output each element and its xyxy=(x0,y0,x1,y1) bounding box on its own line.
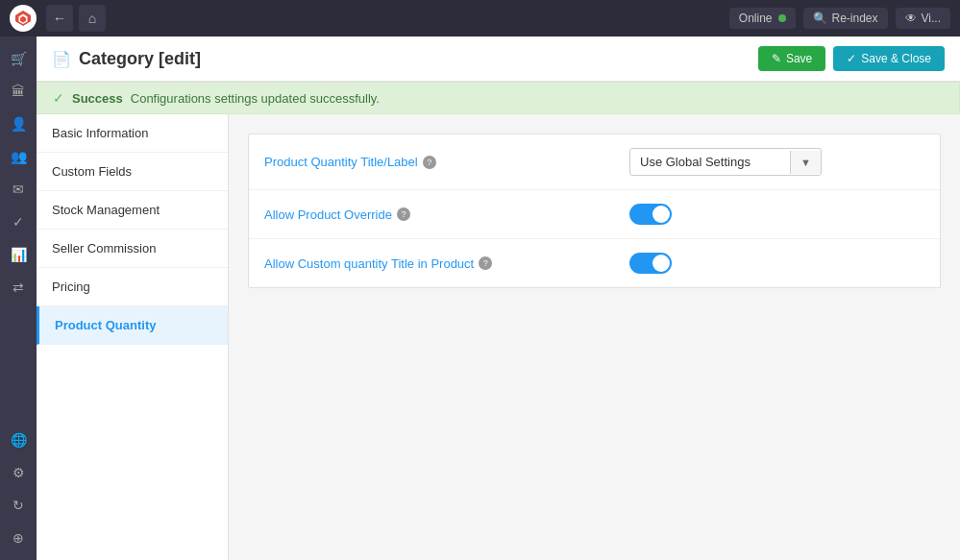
select-product-quantity-title[interactable]: Use Global Settings ▼ xyxy=(629,148,822,176)
left-nav: Basic Information Custom Fields Stock Ma… xyxy=(37,114,229,560)
page-title-icon: 📄 xyxy=(52,50,71,68)
reindex-button[interactable]: 🔍 Re-index xyxy=(803,8,888,29)
sidebar-mail-icon[interactable]: ✉ xyxy=(4,175,33,204)
sidebar-gear-icon[interactable]: ⚙ xyxy=(4,458,33,487)
sidebar-layers-icon[interactable]: ⊕ xyxy=(4,523,33,552)
label-text-allow-custom-quantity: Allow Custom quantity Title in Product xyxy=(264,256,474,271)
online-dot xyxy=(778,14,786,22)
select-arrow-icon[interactable]: ▼ xyxy=(790,151,821,174)
main-layout: 🛒 🏛 👤 👥 ✉ ✓ 📊 ⇄ 🌐 ⚙ ↻ ⊕ 📄 Category [edit… xyxy=(0,37,960,560)
online-label: Online xyxy=(739,12,773,25)
select-text-product-quantity-title: Use Global Settings xyxy=(630,149,790,175)
value-allow-product-override xyxy=(629,204,924,225)
page-title-area: 📄 Category [edit] xyxy=(52,49,201,69)
value-allow-custom-quantity xyxy=(629,253,924,274)
settings-row-allow-product-override: Allow Product Override ? xyxy=(249,190,940,239)
sidebar-globe-icon[interactable]: 🌐 xyxy=(4,426,33,454)
top-nav: ← ⌂ Online 🔍 Re-index 👁 Vi... xyxy=(0,0,960,37)
nav-item-product-quantity[interactable]: Product Quantity xyxy=(37,306,228,345)
label-allow-product-override: Allow Product Override ? xyxy=(264,207,629,222)
sidebar-swap-icon[interactable]: ⇄ xyxy=(4,273,33,302)
nav-item-pricing[interactable]: Pricing xyxy=(37,268,228,306)
content-area: 📄 Category [edit] ✎ Save ✓ Save & Close … xyxy=(37,37,960,560)
settings-table: Product Quantity Title/Label ? Use Globa… xyxy=(248,134,941,288)
check-icon: ✓ xyxy=(847,52,856,65)
online-status: Online xyxy=(729,8,796,29)
logo[interactable] xyxy=(10,5,37,32)
value-product-quantity-title: Use Global Settings ▼ xyxy=(629,148,924,176)
sidebar-group-icon[interactable]: 👥 xyxy=(4,142,33,171)
header-buttons: ✎ Save ✓ Save & Close xyxy=(758,46,945,71)
page-title: Category [edit] xyxy=(79,49,201,69)
search-icon: 🔍 xyxy=(813,12,827,25)
toggle-allow-product-override[interactable] xyxy=(629,204,672,225)
label-product-quantity-title: Product Quantity Title/Label ? xyxy=(264,155,629,169)
view-button[interactable]: 👁 Vi... xyxy=(896,8,950,29)
help-icon-allow-product-override[interactable]: ? xyxy=(397,207,410,221)
home-nav-icon[interactable]: ⌂ xyxy=(79,5,106,32)
save-icon: ✎ xyxy=(772,52,781,65)
top-nav-right: Online 🔍 Re-index 👁 Vi... xyxy=(729,8,950,29)
sidebar-user-icon[interactable]: 👤 xyxy=(4,110,33,138)
save-button[interactable]: ✎ Save xyxy=(758,46,825,71)
success-label: Success xyxy=(72,91,123,106)
success-message: Configurations settings updated successf… xyxy=(131,91,380,106)
nav-item-seller-commission[interactable]: Seller Commission xyxy=(37,230,228,268)
page-header: 📄 Category [edit] ✎ Save ✓ Save & Close xyxy=(37,37,960,82)
back-nav-icon[interactable]: ← xyxy=(46,5,73,32)
top-nav-icons: ← ⌂ xyxy=(46,5,106,32)
sidebar-refresh-icon[interactable]: ↻ xyxy=(4,491,33,520)
sidebar-chart-icon[interactable]: 📊 xyxy=(4,240,33,269)
sidebar-cart-icon[interactable]: 🛒 xyxy=(4,44,33,73)
label-text-product-quantity-title: Product Quantity Title/Label xyxy=(264,155,418,169)
body-layout: Basic Information Custom Fields Stock Ma… xyxy=(37,114,960,560)
nav-item-custom-fields[interactable]: Custom Fields xyxy=(37,153,228,191)
nav-item-stock-management[interactable]: Stock Management xyxy=(37,191,228,230)
settings-row-allow-custom-quantity: Allow Custom quantity Title in Product ? xyxy=(249,239,940,287)
sidebar-check-icon[interactable]: ✓ xyxy=(4,207,33,236)
toggle-allow-custom-quantity[interactable] xyxy=(629,253,672,274)
success-banner: ✓ Success Configurations settings update… xyxy=(37,82,960,114)
label-text-allow-product-override: Allow Product Override xyxy=(264,207,392,222)
settings-row-product-quantity-title: Product Quantity Title/Label ? Use Globa… xyxy=(249,134,940,190)
sidebar-bank-icon[interactable]: 🏛 xyxy=(4,77,33,106)
save-close-button[interactable]: ✓ Save & Close xyxy=(833,46,945,71)
eye-icon: 👁 xyxy=(905,12,917,25)
nav-item-basic-information[interactable]: Basic Information xyxy=(37,114,228,153)
main-panel: Product Quantity Title/Label ? Use Globa… xyxy=(229,114,960,560)
help-icon-allow-custom-quantity[interactable]: ? xyxy=(479,256,492,270)
help-icon-product-quantity-title[interactable]: ? xyxy=(423,156,436,169)
label-allow-custom-quantity: Allow Custom quantity Title in Product ? xyxy=(264,256,629,271)
icon-sidebar: 🛒 🏛 👤 👥 ✉ ✓ 📊 ⇄ 🌐 ⚙ ↻ ⊕ xyxy=(0,37,37,560)
success-checkmark-icon: ✓ xyxy=(53,90,64,106)
